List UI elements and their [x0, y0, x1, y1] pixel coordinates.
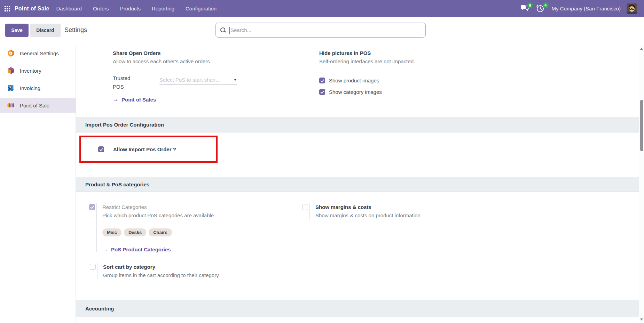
section-title: Product & PoS categories	[85, 181, 149, 187]
sidebar-item-point-of-sale[interactable]: Point of Sale	[0, 98, 76, 113]
setting-description: Group items in the cart according to the…	[103, 272, 219, 279]
nav-item-reporting[interactable]: Reporting	[152, 6, 174, 11]
restrict-categories-checkbox[interactable]	[89, 204, 95, 210]
highlighted-setting-allow-import: Allow Import Pos Order ?	[79, 136, 218, 163]
nav-item-orders[interactable]: Orders	[93, 6, 109, 11]
category-tags: Misc Desks Chairs	[102, 228, 214, 236]
category-tag[interactable]: Chairs	[149, 228, 172, 236]
trusted-pos-dropdown[interactable]: Select PoS to start shari...	[159, 75, 237, 85]
checkbox-label: Show product images	[329, 78, 379, 83]
divider	[108, 143, 108, 155]
divider	[96, 203, 97, 252]
setting-label: Restrict Categories	[102, 203, 214, 211]
setting-show-margins: Show margins & costs Show margins & cost…	[302, 203, 483, 219]
chevron-down-icon	[234, 79, 237, 81]
general-settings-icon	[7, 49, 15, 57]
section-header-product-pos-categories: Product & PoS categories	[76, 177, 639, 192]
allow-import-checkbox[interactable]	[98, 146, 104, 152]
arrow-right-icon: →	[113, 96, 118, 103]
settings-sidebar: General Settings Inventory $ Invoicing	[0, 45, 76, 323]
app-menu: Dashboard Orders Products Reporting Conf…	[56, 6, 217, 11]
section-title: Accounting	[85, 306, 114, 312]
setting-description: Show margins & costs on product informat…	[315, 212, 421, 219]
search-input[interactable]	[230, 27, 421, 33]
scroll-down-icon[interactable]	[640, 318, 643, 321]
messages-badge: 8	[527, 2, 533, 8]
category-tag[interactable]: Misc	[102, 228, 121, 236]
trusted-pos-row: Trusted POS Select PoS to start shari...	[113, 74, 270, 91]
settings-content: Share Open Orders Allow to access each o…	[76, 45, 639, 323]
divider	[309, 203, 310, 219]
inventory-icon	[7, 67, 15, 74]
sort-cart-checkbox[interactable]	[90, 264, 96, 270]
sidebar-item-invoicing[interactable]: $ Invoicing	[0, 81, 76, 95]
nav-item-configuration[interactable]: Configuration	[186, 6, 217, 11]
setting-hide-pictures: Hide pictures in POS Self-ordering inter…	[319, 49, 514, 95]
nav-right-cluster: 8 4 My Company (San Francisco)	[520, 0, 637, 17]
setting-description: Allow to access each other's active orde…	[113, 58, 270, 65]
sidebar-item-label: General Settings	[20, 50, 59, 56]
sidebar-item-general-settings[interactable]: General Settings	[0, 46, 76, 60]
apps-menu-icon[interactable]	[5, 6, 10, 11]
save-button[interactable]: Save	[5, 24, 29, 37]
search-box[interactable]	[215, 23, 426, 38]
top-navbar: Point of Sale Dashboard Orders Products …	[0, 0, 644, 17]
sidebar-item-label: Point of Sale	[20, 103, 49, 108]
user-avatar[interactable]	[627, 3, 637, 14]
link-label: Point of Sales	[121, 97, 156, 103]
svg-text:$: $	[9, 86, 11, 89]
dropdown-placeholder: Select PoS to start shari...	[159, 77, 220, 83]
nav-item-products[interactable]: Products	[120, 6, 141, 11]
nav-left-cluster: Point of Sale Dashboard Orders Products …	[0, 6, 217, 12]
odoo-pos-settings-screen: Point of Sale Dashboard Orders Products …	[0, 0, 644, 323]
point-of-sale-icon	[7, 102, 15, 109]
pos-product-categories-link[interactable]: → PoS Product Categories	[102, 246, 214, 252]
setting-share-open-orders: Share Open Orders Allow to access each o…	[107, 49, 270, 103]
category-tag[interactable]: Desks	[124, 228, 146, 236]
link-label: PoS Product Categories	[111, 247, 171, 252]
setting-description: Self-ordering interfaces are not impacte…	[319, 58, 514, 65]
vertical-scrollbar[interactable]	[639, 45, 644, 323]
section-header-import-pos-order: Import Pos Order Configuration	[76, 117, 639, 132]
sidebar-item-label: Invoicing	[20, 85, 40, 91]
show-margins-checkbox[interactable]	[302, 204, 308, 210]
option-show-category-images: Show category images	[319, 89, 514, 95]
setting-label: Sort cart by category	[103, 263, 219, 271]
setting-label: Show margins & costs	[315, 203, 421, 211]
section-title: Import Pos Order Configuration	[85, 122, 164, 128]
control-panel: Save Discard Settings	[0, 17, 644, 45]
sidebar-item-label: Inventory	[20, 68, 41, 74]
option-show-product-images: Show product images	[319, 78, 514, 83]
activities-button[interactable]: 4	[536, 4, 546, 13]
checkbox-label: Show category images	[329, 89, 382, 95]
divider	[97, 263, 97, 279]
sidebar-item-inventory[interactable]: Inventory	[0, 63, 76, 78]
app-name[interactable]: Point of Sale	[15, 6, 49, 12]
scroll-up-icon[interactable]	[640, 48, 643, 50]
point-of-sales-link[interactable]: → Point of Sales	[113, 96, 270, 103]
scrollbar-thumb[interactable]	[640, 100, 643, 151]
show-category-images-checkbox[interactable]	[319, 89, 325, 95]
setting-restrict-categories: Restrict Categories Pick which product P…	[89, 203, 284, 252]
search-icon	[220, 27, 226, 33]
avatar-image	[627, 3, 637, 14]
setting-description: Pick which product PoS categories are av…	[102, 212, 214, 219]
company-switcher[interactable]: My Company (San Francisco)	[552, 6, 621, 11]
trusted-pos-label: Trusted POS	[113, 74, 137, 91]
page-title: Settings	[64, 26, 87, 34]
section-header-accounting: Accounting	[76, 300, 639, 317]
show-product-images-checkbox[interactable]	[319, 78, 325, 83]
activities-badge: 4	[543, 2, 549, 8]
setting-title: Share Open Orders	[113, 49, 270, 57]
allow-import-label: Allow Import Pos Order ?	[113, 146, 176, 152]
nav-item-dashboard[interactable]: Dashboard	[56, 6, 82, 11]
setting-title: Hide pictures in POS	[319, 49, 514, 57]
invoicing-icon: $	[7, 84, 15, 92]
messages-button[interactable]: 8	[520, 4, 530, 13]
arrow-right-icon: →	[102, 246, 108, 252]
setting-sort-cart: Sort cart by category Group items in the…	[90, 263, 271, 279]
text-cursor	[229, 27, 230, 34]
discard-button[interactable]: Discard	[30, 24, 61, 37]
